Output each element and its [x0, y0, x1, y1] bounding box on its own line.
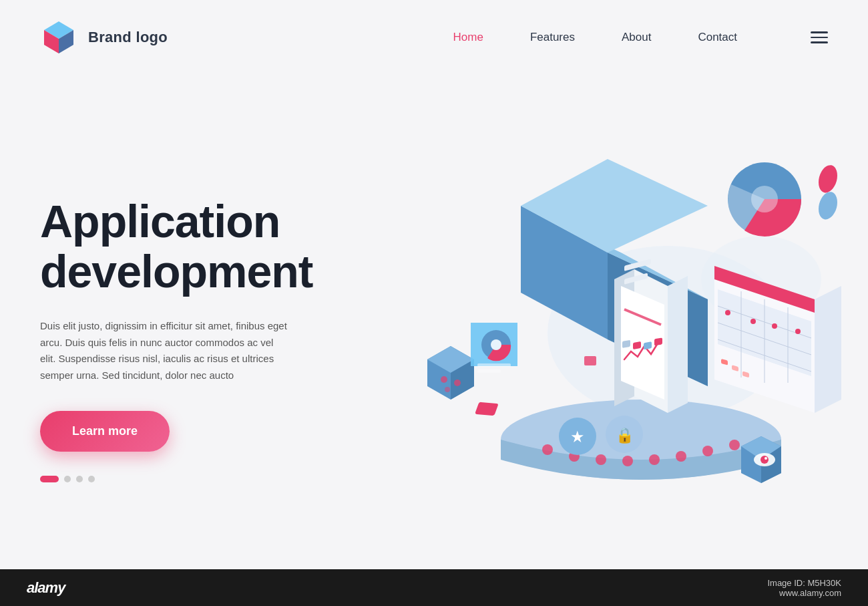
svg-point-6 — [542, 444, 553, 455]
svg-rect-19 — [387, 159, 388, 160]
dot-2[interactable] — [64, 476, 71, 482]
svg-marker-22 — [668, 276, 688, 413]
svg-point-72 — [761, 456, 769, 464]
svg-point-60 — [491, 339, 501, 350]
svg-rect-27 — [622, 340, 630, 348]
svg-point-13 — [729, 440, 740, 450]
svg-marker-32 — [815, 286, 841, 413]
svg-point-46 — [772, 323, 777, 329]
svg-point-73 — [765, 457, 767, 460]
nav-features[interactable]: Features — [530, 31, 575, 44]
hero-title: Application development — [40, 196, 361, 297]
hero-illustration: ★ 🔒 — [387, 146, 841, 520]
isometric-scene: ★ 🔒 — [387, 159, 841, 506]
svg-rect-28 — [633, 341, 641, 349]
svg-text:★: ★ — [570, 428, 585, 446]
footer-image-id: Image ID: M5H30K — [767, 578, 841, 588]
svg-point-8 — [596, 454, 606, 465]
svg-text:🔒: 🔒 — [616, 426, 634, 444]
footer-brand: alamy — [27, 579, 65, 597]
brand: Brand logo — [40, 19, 168, 56]
svg-point-11 — [676, 451, 686, 462]
svg-rect-62 — [477, 369, 501, 373]
svg-point-49 — [819, 189, 837, 222]
svg-point-56 — [454, 380, 461, 386]
svg-point-9 — [622, 456, 633, 466]
brand-name: Brand logo — [88, 29, 168, 46]
header: Brand logo Home Features About Contact — [0, 0, 868, 75]
svg-rect-74 — [584, 356, 596, 365]
dot-active[interactable] — [40, 476, 59, 482]
svg-point-10 — [649, 454, 660, 465]
brand-logo-icon — [40, 19, 77, 56]
footer: alamy Image ID: M5H30K www.alamy.com — [0, 569, 868, 606]
footer-url: www.alamy.com — [767, 588, 841, 598]
footer-info: Image ID: M5H30K www.alamy.com — [767, 578, 841, 598]
svg-point-47 — [795, 329, 801, 334]
hero-description: Duis elit justo, dignissim in efficitur … — [40, 318, 287, 384]
hero-content: Application development Duis elit justo,… — [40, 183, 361, 482]
svg-point-12 — [702, 446, 713, 456]
svg-rect-63 — [475, 402, 499, 416]
svg-point-57 — [445, 387, 450, 392]
carousel-dots — [40, 476, 361, 482]
svg-point-51 — [751, 186, 778, 212]
svg-point-55 — [441, 376, 447, 383]
main-nav: Home Features About Contact — [453, 31, 828, 44]
nav-home[interactable]: Home — [453, 31, 483, 44]
nav-contact[interactable]: Contact — [698, 31, 737, 44]
svg-rect-61 — [477, 363, 511, 367]
hamburger-menu[interactable] — [811, 31, 828, 43]
svg-rect-30 — [654, 337, 662, 345]
nav-about[interactable]: About — [622, 31, 651, 44]
svg-point-45 — [750, 319, 756, 324]
svg-point-44 — [725, 310, 730, 315]
svg-point-48 — [819, 162, 837, 196]
dot-3[interactable] — [76, 476, 83, 482]
dot-4[interactable] — [88, 476, 95, 482]
learn-more-button[interactable]: Learn more — [40, 411, 170, 452]
svg-rect-29 — [644, 341, 652, 349]
main-content: Application development Duis elit justo,… — [0, 75, 868, 564]
